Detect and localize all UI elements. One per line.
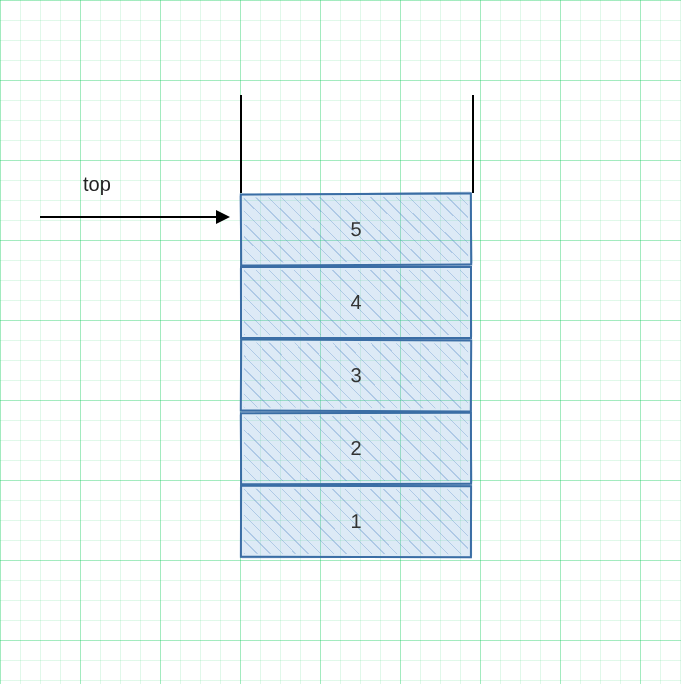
stack-wall-right xyxy=(472,95,474,193)
diagram-canvas: top 54321 xyxy=(0,0,681,684)
top-pointer-label: top xyxy=(83,173,111,196)
stack-item: 1 xyxy=(240,485,472,559)
arrow-line xyxy=(40,216,218,218)
stack-item-value: 1 xyxy=(350,510,361,533)
stack-item-value: 5 xyxy=(350,218,361,241)
stack-item-value: 2 xyxy=(350,437,361,460)
stack-item: 2 xyxy=(240,412,472,486)
arrow-head-icon xyxy=(216,210,230,224)
stack-item: 5 xyxy=(240,192,472,266)
stack-item: 4 xyxy=(240,266,472,339)
stack-item: 3 xyxy=(240,338,472,412)
stack-item-value: 4 xyxy=(350,291,361,314)
stack-wall-left xyxy=(240,95,242,193)
stack-item-value: 3 xyxy=(350,364,361,387)
